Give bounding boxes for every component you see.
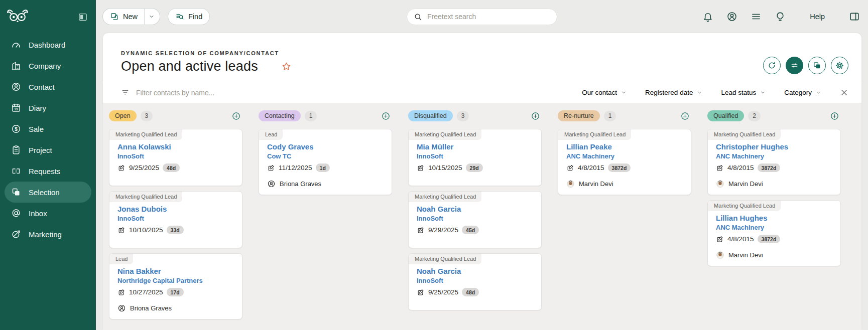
svg-text:13: 13: [15, 107, 18, 111]
contact-name-link[interactable]: Noah Garcia: [417, 266, 534, 276]
contact-name-link[interactable]: Noah Garcia: [417, 204, 534, 214]
lead-card[interactable]: Lead Nina Bakker Northridge Capital Part…: [109, 253, 242, 319]
column-header-contacting: Contacting 1: [259, 110, 392, 121]
filter-dropdown-our-contact[interactable]: Our contact: [582, 89, 627, 96]
sidebar-item-sale[interactable]: $Sale: [5, 118, 91, 139]
sidebar-item-label: Inbox: [29, 209, 47, 218]
add-card-button[interactable]: [531, 111, 540, 121]
search-input[interactable]: [426, 12, 550, 21]
lead-card[interactable]: Marketing Qualified Lead Mia Müller Inno…: [408, 129, 542, 186]
lead-card[interactable]: Marketing Qualified Lead Lillian Hughes …: [707, 200, 841, 266]
refresh-icon: [767, 61, 777, 70]
lead-card[interactable]: Marketing Qualified Lead Jonas Dubois In…: [109, 191, 242, 248]
collapse-sidebar-button[interactable]: [77, 11, 89, 23]
sidebar-item-dashboard[interactable]: Dashboard: [5, 34, 91, 55]
sliders-icon: [790, 61, 799, 70]
company-link[interactable]: InnoSoft: [417, 152, 534, 160]
side-panel-toggle-button[interactable]: [849, 11, 860, 22]
sidebar-item-marketing[interactable]: Marketing: [5, 224, 91, 245]
lead-card[interactable]: Marketing Qualified Lead Lillian Peake A…: [558, 129, 691, 195]
new-button[interactable]: New: [102, 8, 144, 25]
add-card-button[interactable]: [381, 111, 391, 121]
refresh-button[interactable]: [763, 57, 781, 74]
company-link[interactable]: InnoSoft: [117, 215, 235, 222]
clear-filter-button[interactable]: [840, 88, 848, 97]
age-badge: 1d: [316, 163, 330, 172]
sidebar-item-diary[interactable]: 13Diary: [5, 97, 91, 118]
sidebar-item-project[interactable]: Project: [5, 139, 91, 160]
lead-card[interactable]: Marketing Qualified Lead Noah Garcia Inn…: [408, 253, 542, 310]
filter-dropdown-lead-status[interactable]: Lead status: [721, 89, 766, 96]
company-link[interactable]: InnoSoft: [117, 152, 235, 160]
company-link[interactable]: Cow TC: [267, 152, 385, 160]
contact-name-link[interactable]: Mia Müller: [417, 141, 534, 152]
page-title: Open and active leads: [121, 59, 258, 74]
registered-date-row: 10/10/2025 33d: [117, 226, 235, 234]
contact-name-link[interactable]: Lillian Hughes: [716, 213, 833, 223]
sidebar-item-requests[interactable]: Requests: [5, 160, 91, 182]
menu-icon: [751, 11, 762, 22]
registered-date: 10/15/2025: [428, 164, 462, 172]
sidebar-item-inbox[interactable]: Inbox: [5, 203, 91, 224]
company-link[interactable]: InnoSoft: [417, 215, 534, 222]
filter-contacts-input[interactable]: [135, 88, 346, 97]
contact-name-link[interactable]: Nina Bakker: [117, 266, 235, 276]
registered-date: 4/8/2015: [727, 235, 754, 243]
marketing-icon: [11, 229, 21, 239]
company-link[interactable]: ANC Machinery: [566, 152, 684, 160]
sidebar-item-company[interactable]: Company: [5, 55, 91, 76]
contact-name-link[interactable]: Jonas Dubois: [117, 204, 235, 214]
bell-icon: [702, 11, 713, 22]
filter-dropdown-label: Lead status: [721, 89, 756, 96]
owner-avatar: [716, 180, 724, 188]
add-card-button[interactable]: [680, 111, 690, 121]
filter-bar: Our contactRegistered dateLead statusCat…: [103, 82, 861, 103]
selection-mode-button[interactable]: [808, 57, 826, 74]
help-link[interactable]: Help: [807, 12, 828, 21]
topbar-right: Help: [702, 11, 860, 22]
lead-card[interactable]: Marketing Qualified Lead Noah Garcia Inn…: [408, 191, 542, 248]
account-button[interactable]: [726, 11, 737, 22]
edit-date-icon: [716, 164, 724, 172]
owner-row: Marvin Devi: [716, 180, 833, 188]
add-card-button[interactable]: [830, 111, 839, 121]
sidebar-item-contact[interactable]: Contact: [5, 76, 91, 97]
lead-card[interactable]: Marketing Qualified Lead Christopher Hug…: [707, 129, 841, 195]
company-link[interactable]: ANC Machinery: [716, 152, 833, 160]
column-status-pill: Re-nurture: [558, 110, 600, 121]
contact-name-link[interactable]: Anna Kolawski: [117, 141, 235, 152]
selection-type-label: DYNAMIC SELECTION OF COMPANY/CONTACT: [121, 50, 292, 56]
lead-card-body: Jonas Dubois InnoSoft 10/10/2025 33d: [109, 202, 242, 234]
settings-button[interactable]: [831, 57, 848, 74]
company-icon: [11, 61, 21, 71]
requests-icon: [11, 166, 21, 176]
menu-button[interactable]: [751, 11, 762, 22]
gear-icon: [835, 61, 844, 70]
column-count: 2: [748, 111, 761, 121]
registered-date: 10/10/2025: [129, 226, 163, 234]
find-button[interactable]: Find: [168, 8, 210, 25]
contact-name-link[interactable]: Christopher Hughes: [716, 141, 833, 152]
column-status-pill: Disqualified: [408, 110, 453, 121]
lead-card[interactable]: Marketing Qualified Lead Anna Kolawski I…: [109, 129, 242, 186]
company-link[interactable]: ANC Machinery: [716, 224, 833, 231]
company-link[interactable]: InnoSoft: [417, 277, 534, 284]
add-card-button[interactable]: [231, 111, 241, 121]
contact-name-link[interactable]: Cody Graves: [267, 141, 385, 152]
contact-name-link[interactable]: Lillian Peake: [566, 141, 684, 152]
favorite-star-icon[interactable]: [281, 61, 292, 72]
plus-circle-icon: [231, 111, 241, 121]
lead-type-tag: Marketing Qualified Lead: [409, 192, 481, 202]
filter-dropdown-registered-date[interactable]: Registered date: [645, 89, 703, 96]
filter-dropdown-category[interactable]: Category: [784, 89, 822, 96]
notifications-button[interactable]: [702, 11, 713, 22]
sidebar-item-selection[interactable]: Selection: [5, 182, 91, 203]
lead-card[interactable]: Lead Cody Graves Cow TC 11/12/2025 1d Br…: [259, 129, 392, 195]
display-settings-button[interactable]: [786, 57, 803, 74]
column-status-pill: Contacting: [259, 110, 301, 121]
column-cards: Lead Cody Graves Cow TC 11/12/2025 1d Br…: [259, 129, 392, 195]
column-count: 1: [604, 111, 616, 121]
new-dropdown-button[interactable]: [144, 8, 160, 25]
company-link[interactable]: Northridge Capital Partners: [117, 277, 235, 284]
tips-button[interactable]: [775, 11, 786, 22]
